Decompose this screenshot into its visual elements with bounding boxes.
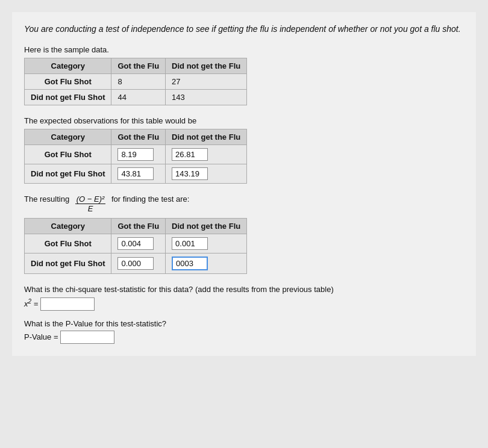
exp-row2-cat: Did not get Flu Shot xyxy=(25,164,111,184)
fraction-denominator: E xyxy=(87,204,95,213)
res-row1-not-flu[interactable]: 0.001 xyxy=(166,234,247,254)
sample-row1-cat: Got Flu Shot xyxy=(25,74,111,90)
exp-input-r1c2[interactable]: 26.81 xyxy=(172,148,208,161)
formula-label-before: The resulting xyxy=(24,194,69,204)
exp-input-r2c1[interactable]: 43.81 xyxy=(117,167,154,180)
main-page: You are conducting a test of independenc… xyxy=(12,12,476,356)
chi-formula-row: x2 = xyxy=(24,297,464,311)
res-col-got-flu: Got the Flu xyxy=(111,219,166,234)
chi-square-input[interactable] xyxy=(40,297,95,311)
intro-text: You are conducting a test of independenc… xyxy=(24,23,464,36)
formula-section: The resulting (O − E)² E for finding the… xyxy=(24,194,464,213)
sample-row1-not-flu: 27 xyxy=(166,74,247,90)
res-col-category: Category xyxy=(25,219,111,234)
res-row2-cat: Did not get Flu Shot xyxy=(25,254,111,274)
formula-display: (O − E)² E xyxy=(74,194,107,213)
sample-table: Category Got the Flu Did not get the Flu… xyxy=(24,58,247,105)
res-row1-got-flu[interactable]: 0.004 xyxy=(111,234,166,254)
res-input-r1c2[interactable]: 0.001 xyxy=(172,237,208,250)
pvalue-label: P-Value = xyxy=(24,332,58,341)
sample-row2-cat: Did not get Flu Shot xyxy=(25,90,111,105)
pvalue-input[interactable] xyxy=(60,331,114,344)
sample-row2-got-flu: 44 xyxy=(111,90,166,105)
res-row-1: Got Flu Shot 0.004 0.001 xyxy=(25,234,247,254)
expected-table-label: The expected observations for this table… xyxy=(24,116,464,125)
exp-row1-got-flu[interactable]: 8.19 xyxy=(111,145,166,164)
exp-row-1: Got Flu Shot 8.19 26.81 xyxy=(25,145,247,164)
res-row1-cat: Got Flu Shot xyxy=(25,234,111,254)
formula-label-after: for finding the test are: xyxy=(111,194,189,204)
expected-table: Category Got the Flu Did not get the Flu… xyxy=(24,129,247,184)
exp-row1-cat: Got Flu Shot xyxy=(25,145,111,164)
exp-col-category: Category xyxy=(25,129,111,145)
exp-input-r1c1[interactable]: 8.19 xyxy=(117,148,154,161)
pvalue-formula-row: P-Value = xyxy=(24,331,464,344)
exp-row2-not-flu[interactable]: 143.19 xyxy=(166,164,247,184)
res-input-r1c1[interactable]: 0.004 xyxy=(117,237,154,250)
sample-row-2: Did not get Flu Shot 44 143 xyxy=(25,90,247,105)
res-col-not-flu: Did not get the Flu xyxy=(166,219,247,234)
exp-col-got-flu: Got the Flu xyxy=(111,129,166,145)
chi-square-section: What is the chi-square test-statistic fo… xyxy=(24,285,464,311)
sample-col-not-flu: Did not get the Flu xyxy=(166,58,247,74)
chi-question-text: What is the chi-square test-statistic fo… xyxy=(24,285,334,294)
sample-row1-got-flu: 8 xyxy=(111,74,166,90)
sample-table-label: Here is the sample data. xyxy=(24,45,464,54)
exp-row-2: Did not get Flu Shot 43.81 143.19 xyxy=(25,164,247,184)
res-input-r2c1[interactable]: 0.000 xyxy=(117,257,154,270)
res-row2-not-flu[interactable]: 0003 xyxy=(166,254,247,274)
exp-row1-not-flu[interactable]: 26.81 xyxy=(166,145,247,164)
exp-row2-got-flu[interactable]: 43.81 xyxy=(111,164,166,184)
fraction-numerator: (O − E)² xyxy=(75,194,106,204)
result-table: Category Got the Flu Did not get the Flu… xyxy=(24,218,247,274)
chi-question: What is the chi-square test-statistic fo… xyxy=(24,285,464,294)
res-row2-got-flu[interactable]: 0.000 xyxy=(111,254,166,274)
exp-input-r2c2[interactable]: 143.19 xyxy=(172,167,208,180)
res-input-r2c2[interactable]: 0003 xyxy=(172,257,208,270)
pvalue-question: What is the P-Value for this test-statis… xyxy=(24,319,464,328)
fraction: (O − E)² E xyxy=(75,194,106,213)
exp-col-not-flu: Did not get the Flu xyxy=(166,129,247,145)
sample-row-1: Got Flu Shot 8 27 xyxy=(25,74,247,90)
pvalue-section: What is the P-Value for this test-statis… xyxy=(24,319,464,344)
res-row-2: Did not get Flu Shot 0.000 0003 xyxy=(25,254,247,274)
sample-col-got-flu: Got the Flu xyxy=(111,58,166,74)
sample-col-category: Category xyxy=(25,58,111,74)
sample-row2-not-flu: 143 xyxy=(166,90,247,105)
chi-formula-label: x2 = xyxy=(24,299,40,308)
